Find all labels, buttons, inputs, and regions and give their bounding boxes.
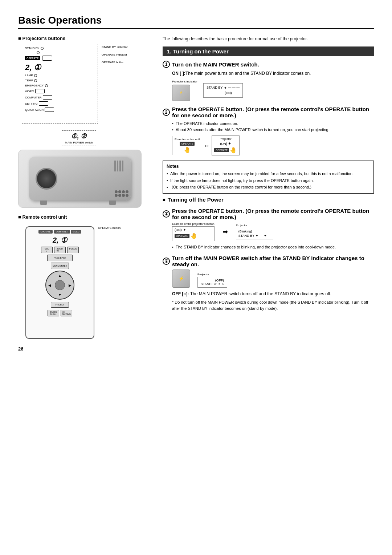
- step2-bullets: The OPERATE indicator comes on. About 30…: [172, 121, 374, 133]
- remote-num-label: 2, ①: [29, 236, 91, 244]
- page-number: 26: [18, 346, 374, 352]
- step-off2-body: OFF [○]: The MAIN POWER switch turns off…: [172, 291, 374, 311]
- section1-header: 1. Turning on the Power: [163, 46, 374, 56]
- remote-computer-btn: COMPUTER: [54, 230, 70, 234]
- step-off1-device-row: Example of the projector's button (ON) ✦…: [172, 222, 374, 241]
- remote-av-muting-btn: AVMUTING: [61, 310, 72, 316]
- step-off1-operate-btn: OPERATE: [175, 234, 189, 238]
- step-off1-title: ① Press the OPERATE button. (Or press th…: [163, 208, 374, 220]
- step-off1-bullets: The STAND BY indicator changes to blinki…: [172, 244, 374, 250]
- remote-quick-align-btn: QUICKALIGN.: [48, 310, 59, 316]
- step2-number: 2: [163, 109, 170, 116]
- remote-page-btn: PAGE BACK: [47, 255, 73, 261]
- step1-title: 1 Turn on the MAIN POWER switch.: [163, 61, 374, 68]
- projector-side-buttons: LAMP TEMP EMERGENCY VIDEO COMPUTER SETTI…: [25, 74, 95, 113]
- remote-focus-btn: FOCUS-: [67, 247, 79, 253]
- hand-icon: 🤚: [184, 146, 191, 153]
- step-off2-projector-indicator: Projector (OFF) STAND BY ✦ ○: [197, 273, 227, 288]
- remote-vol-btn: VOL- +: [41, 247, 53, 253]
- step2-projector-device: Projector (ON) ✦ OPERATE 🤚: [212, 135, 240, 155]
- step-off2-switch-img: ⚡: [172, 270, 190, 288]
- remote-operate-img-btn: OPERATE: [180, 142, 195, 146]
- remote-operate-btn: OPERATE: [38, 230, 52, 234]
- arrow-right-icon: ➡: [222, 228, 228, 236]
- notes-box: Notes After the power is turned on, the …: [163, 161, 374, 194]
- standby-indicator-box: STAND BY ✦ — — — (ON): [203, 83, 243, 98]
- step1-body: ON [ ]:The main power turns on and the S…: [172, 70, 374, 101]
- remote-zoom-btn: ZOOMW: [54, 247, 66, 253]
- step1-number: 1: [163, 61, 170, 68]
- remote-nav-pad: ▲ ▼ ◀ ▶: [45, 271, 74, 300]
- projector-buttons-heading: Projector's buttons: [18, 36, 152, 41]
- step-off1-block: ① Press the OPERATE button. (Or press th…: [163, 208, 374, 250]
- step-off2-device-row: ⚡ Projector (OFF) STAND BY ✦ ○: [172, 270, 374, 288]
- step1-indicator-row: Projector's indicator ⚡ STAND BY ✦ — — —…: [172, 80, 374, 101]
- section2-header: Turning off the Power: [163, 197, 374, 204]
- or-text: or: [205, 143, 209, 148]
- step-off2-title: ② Turn off the MAIN POWER switch after t…: [163, 255, 374, 267]
- remote-video-btn: VIDEO: [71, 230, 81, 234]
- operate-button-label: OPERATE: [25, 56, 40, 60]
- panel-annotations: STAND BY indicator OPERATE indicator OPE…: [102, 45, 128, 127]
- projector-body-illustration: [18, 150, 142, 208]
- left-column: Projector's buttons STAND BY OPERATE: [18, 36, 152, 339]
- remote-nav-center: [55, 280, 65, 290]
- operate-button-shape: [42, 56, 52, 61]
- page-title: Basic Operations: [18, 15, 374, 29]
- step2-device-row: Remote control unit OPERATE 🤚 or Project…: [172, 135, 374, 155]
- step-off1-number: ①: [163, 210, 170, 218]
- remote-section: Remote control unit OPERATE COMPUTER VID…: [18, 214, 152, 339]
- projector-indicator-img: ⚡: [172, 85, 190, 101]
- projector-buttons-diagram: STAND BY OPERATE 2, ① LAMP TEMP: [22, 44, 98, 124]
- step2-title: 2 Press the OPERATE button. (Or press th…: [163, 106, 374, 118]
- notes-title: Notes: [167, 163, 370, 170]
- remote-diagram: OPERATE COMPUTER VIDEO 2, ① VOL- + ZOOMW…: [25, 226, 94, 339]
- remote-operate-annotation: OPERATE button: [98, 226, 121, 230]
- remote-menu-btn: MENU/ENTER: [51, 263, 69, 269]
- step-off2-note: * Do not turn off the MAIN POWER switch …: [172, 299, 374, 311]
- main-power-area: ①, ② MAIN POWER switch: [62, 130, 152, 146]
- projector-operate-img-btn: OPERATE: [214, 148, 229, 152]
- right-column: The following describes the basic proced…: [163, 36, 374, 339]
- step2-block: 2 Press the OPERATE button. (Or press th…: [163, 106, 374, 155]
- step-off1-projector-btn-example: Example of the projector's button (ON) ✦…: [172, 222, 215, 241]
- step-off2-number: ②: [163, 258, 170, 265]
- projector-hand-icon: 🤚: [230, 147, 237, 154]
- num-label-top: 2, ①: [25, 63, 95, 72]
- intro-text: The following describes the basic proced…: [163, 36, 374, 42]
- step-off2-block: ② Turn off the MAIN POWER switch after t…: [163, 255, 374, 311]
- remote-preset-btn: PRESET: [51, 302, 69, 308]
- step1-block: 1 Turn on the MAIN POWER switch. ON [ ]:…: [163, 61, 374, 101]
- step-off1-projector-result: Projector (Blinking) STAND BY ✦ — ✦ —: [236, 224, 273, 239]
- step2-remote-device: Remote control unit OPERATE 🤚: [172, 136, 202, 155]
- remote-heading: Remote control unit: [18, 214, 152, 220]
